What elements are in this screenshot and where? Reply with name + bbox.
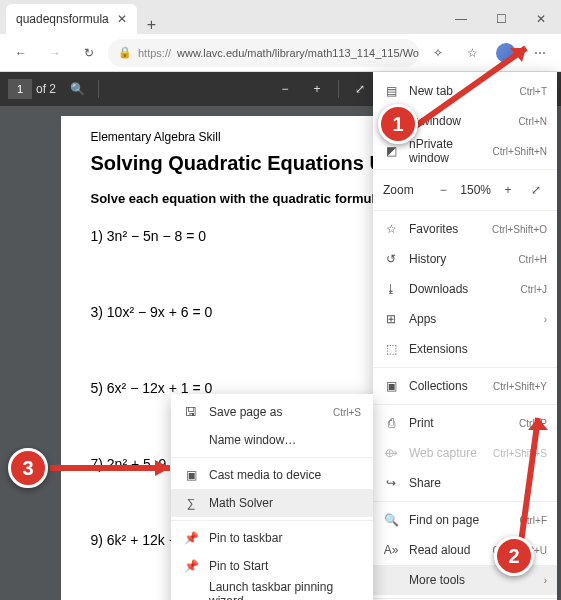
overflow-menu: ▤ New tab Ctrl+T ▢ w window Ctrl+N ◩ nPr…	[373, 72, 557, 600]
save-icon: 🖫	[183, 405, 199, 419]
history-icon: ↺	[383, 252, 399, 266]
menu-web-capture: ⟴Web captureCtrl+Shift+S	[373, 438, 557, 468]
submenu-name-window[interactable]: Name window…	[171, 426, 373, 454]
submenu-save-as[interactable]: 🖫Save page asCtrl+S	[171, 398, 373, 426]
callout-badge-1: 1	[378, 104, 418, 144]
page-total: of 2	[36, 82, 56, 96]
zoom-out-icon[interactable]: −	[274, 82, 296, 96]
submenu-math-solver[interactable]: ∑Math Solver	[171, 489, 373, 517]
lock-icon: 🔒	[118, 46, 132, 59]
submenu-cast[interactable]: ▣Cast media to device	[171, 461, 373, 489]
menu-extensions[interactable]: ⬚Extensions	[373, 334, 557, 364]
cast-icon: ▣	[183, 468, 199, 482]
tab-close-icon[interactable]: ✕	[117, 12, 127, 26]
menu-downloads[interactable]: ⭳DownloadsCtrl+J	[373, 274, 557, 304]
menu-apps[interactable]: ⊞Apps›	[373, 304, 557, 334]
share-icon: ↪	[383, 476, 399, 490]
more-tools-submenu: 🖫Save page asCtrl+S Name window… ▣Cast m…	[171, 394, 373, 600]
menu-history[interactable]: ↺HistoryCtrl+H	[373, 244, 557, 274]
url-protocol: https://	[138, 47, 171, 59]
search-icon[interactable]: 🔍	[66, 82, 88, 96]
menu-button[interactable]: ⋯	[525, 38, 555, 68]
fullscreen-button[interactable]: ⤢	[525, 179, 547, 201]
address-bar[interactable]: 🔒 https://www.lavc.edu/math/library/math…	[108, 39, 419, 67]
read-aloud-icon: A»	[383, 543, 399, 557]
fit-icon[interactable]: ⤢	[349, 82, 371, 96]
extensions-icon: ⬚	[383, 342, 399, 356]
separator	[98, 80, 99, 98]
collections-icon: ▣	[383, 379, 399, 393]
new-tab-button[interactable]: +	[137, 16, 166, 34]
star-icon: ☆	[383, 222, 399, 236]
profile-button[interactable]	[491, 38, 521, 68]
find-icon: 🔍	[383, 513, 399, 527]
browser-tab[interactable]: quadeqnsformula ✕	[6, 4, 137, 34]
zoom-in-icon[interactable]: +	[306, 82, 328, 96]
zoom-label: Zoom	[383, 183, 426, 197]
chevron-right-icon: ›	[544, 575, 547, 586]
back-button[interactable]: ←	[6, 38, 36, 68]
menu-new-tab[interactable]: ▤ New tab Ctrl+T	[373, 76, 557, 106]
callout-badge-2: 2	[494, 536, 534, 576]
math-icon: ∑	[183, 496, 199, 510]
print-icon: ⎙	[383, 416, 399, 430]
callout-badge-3: 3	[8, 448, 48, 488]
submenu-pin-taskbar[interactable]: 📌Pin to taskbar	[171, 524, 373, 552]
minimize-button[interactable]: —	[441, 4, 481, 34]
menu-find[interactable]: 🔍Find on pageCtrl+F	[373, 505, 557, 535]
zoom-in-button[interactable]: +	[497, 179, 519, 201]
menu-collections[interactable]: ▣CollectionsCtrl+Shift+Y	[373, 371, 557, 401]
window-controls: — ☐ ✕	[441, 4, 561, 34]
submenu-pin-start[interactable]: 📌Pin to Start	[171, 552, 373, 580]
menu-more-tools[interactable]: More tools›	[373, 565, 557, 595]
favorites-icon[interactable]: ☆	[457, 38, 487, 68]
pin-icon: 📌	[183, 531, 199, 545]
titlebar: quadeqnsformula ✕ + — ☐ ✕	[0, 0, 561, 34]
menu-favorites[interactable]: ☆FavoritesCtrl+Shift+O	[373, 214, 557, 244]
inprivate-icon: ◩	[383, 144, 399, 158]
zoom-value: 150%	[460, 183, 491, 197]
refresh-button[interactable]: ↻	[74, 38, 104, 68]
submenu-launch-wizard[interactable]: Launch taskbar pinning wizard	[171, 580, 373, 600]
download-icon: ⭳	[383, 282, 399, 296]
browser-toolbar: ← → ↻ 🔒 https://www.lavc.edu/math/librar…	[0, 34, 561, 72]
zoom-out-button[interactable]: −	[432, 179, 454, 201]
tab-title: quadeqnsformula	[16, 12, 109, 26]
new-tab-icon: ▤	[383, 84, 399, 98]
read-aloud-icon[interactable]: ✧	[423, 38, 453, 68]
maximize-button[interactable]: ☐	[481, 4, 521, 34]
forward-button[interactable]: →	[40, 38, 70, 68]
capture-icon: ⟴	[383, 446, 399, 460]
window-close-button[interactable]: ✕	[521, 4, 561, 34]
url-text: www.lavc.edu/math/library/math113_114_11…	[177, 47, 419, 59]
apps-icon: ⊞	[383, 312, 399, 326]
avatar	[496, 43, 516, 63]
menu-share[interactable]: ↪Share	[373, 468, 557, 498]
chevron-right-icon: ›	[544, 314, 547, 325]
page-input[interactable]	[8, 79, 32, 99]
menu-zoom-row: Zoom − 150% + ⤢	[373, 173, 557, 207]
page-indicator: of 2	[8, 79, 56, 99]
menu-print[interactable]: ⎙PrintCtrl+P	[373, 408, 557, 438]
pin-icon: 📌	[183, 559, 199, 573]
